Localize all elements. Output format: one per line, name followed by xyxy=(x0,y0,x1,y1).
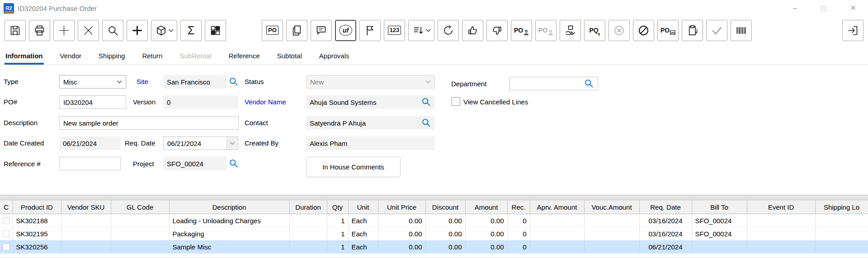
grid-cell[interactable]: Each xyxy=(348,227,378,240)
po-image-button[interactable]: PO xyxy=(657,20,679,41)
col-header-bill-to[interactable]: Bill To xyxy=(692,200,747,214)
grid-cell[interactable] xyxy=(747,240,815,253)
grid-cell[interactable] xyxy=(747,214,815,227)
col-header-req-date[interactable]: Req. Date xyxy=(639,200,692,214)
req-date-dropdown[interactable] xyxy=(226,137,238,150)
site-field[interactable]: San Francisco xyxy=(163,75,226,89)
grid-cell[interactable] xyxy=(815,240,868,253)
grid-cell[interactable] xyxy=(61,227,111,240)
col-header-shipping-lo[interactable]: Shipping Lo xyxy=(815,200,868,214)
col-header-vouc-amount[interactable]: Vouc.Amount xyxy=(584,200,639,214)
grid-cell[interactable]: Sample Misc xyxy=(169,240,289,253)
grid-cell[interactable] xyxy=(289,227,327,240)
col-header-amount[interactable]: Amount xyxy=(465,200,507,214)
grid-cell[interactable]: 0.00 xyxy=(378,227,425,240)
grid-cell[interactable] xyxy=(692,240,747,253)
table-row[interactable]: SK320256Sample Misc1Each0.000.000.00006/… xyxy=(0,240,868,253)
grid-cell[interactable] xyxy=(584,214,639,227)
save-button[interactable] xyxy=(5,20,26,41)
grid-cell[interactable]: SFO_00024 xyxy=(692,227,747,240)
maximize-button[interactable]: □ xyxy=(821,5,826,12)
comments-button[interactable] xyxy=(311,20,332,41)
window-layout-button[interactable] xyxy=(205,20,226,41)
grid-cell[interactable] xyxy=(0,240,13,253)
row-checkbox[interactable] xyxy=(3,217,9,224)
new-button[interactable] xyxy=(53,20,75,41)
grid-cell[interactable]: 0.00 xyxy=(465,240,507,253)
contact-search-icon[interactable] xyxy=(421,118,431,128)
grid-cell[interactable]: 06/21/2024 xyxy=(639,240,692,253)
numbering-button[interactable]: 123 xyxy=(384,20,405,41)
product-lookup-button[interactable] xyxy=(151,20,177,41)
grid-cell[interactable]: 03/16/2024 xyxy=(639,227,692,240)
col-header-vendor-sku[interactable]: Vendor SKU xyxy=(61,200,111,214)
type-select[interactable]: Misc xyxy=(59,75,126,89)
req-date-input[interactable]: 06/21/2024 xyxy=(163,136,238,150)
grid-cell[interactable] xyxy=(289,240,327,253)
col-header-rec[interactable]: Rec. xyxy=(507,200,530,214)
grid-cell[interactable] xyxy=(111,227,169,240)
grid-cell[interactable]: 0.00 xyxy=(425,214,465,227)
grid-cell[interactable]: 0 xyxy=(507,214,530,227)
approve-button[interactable] xyxy=(462,20,483,41)
col-header-unit[interactable]: Unit xyxy=(348,200,378,214)
table-row[interactable]: SK302195Packaging1Each0.000.000.00003/16… xyxy=(0,227,868,240)
minimize-button[interactable]: – xyxy=(793,5,797,12)
price-quote-button[interactable]: PQ, xyxy=(584,20,605,41)
grid-cell[interactable]: 1 xyxy=(327,240,348,253)
reference-input[interactable] xyxy=(59,157,121,170)
grid-cell[interactable]: 0.00 xyxy=(465,214,507,227)
grid-cell[interactable] xyxy=(111,240,169,253)
grid-cell[interactable]: 0.00 xyxy=(425,227,465,240)
grid-cell[interactable]: SFO_00024 xyxy=(692,214,747,227)
col-header-qty[interactable]: Qty xyxy=(327,200,348,214)
tab-return[interactable]: Return xyxy=(141,52,163,65)
grid-cell[interactable]: Packaging xyxy=(169,227,289,240)
contact-field[interactable]: Satyendra P Ahuja xyxy=(306,116,435,130)
col-header-unit-price[interactable]: Unit Price xyxy=(378,200,425,214)
find-button[interactable] xyxy=(102,20,123,41)
in-house-comments-button[interactable]: In House Comments xyxy=(306,157,401,177)
barcode-button[interactable] xyxy=(731,20,752,41)
grid-cell[interactable] xyxy=(289,214,327,227)
close-button[interactable]: ✕ xyxy=(850,5,856,12)
tab-information[interactable]: Information xyxy=(5,52,44,65)
col-header-duration[interactable]: Duration xyxy=(289,200,327,214)
vendor-name-label[interactable]: Vendor Name xyxy=(245,98,286,106)
print-button[interactable] xyxy=(29,20,50,41)
grid-cell[interactable]: 0.00 xyxy=(425,240,465,253)
tab-subtotal[interactable]: Subtotal xyxy=(276,52,303,65)
department-search-icon[interactable] xyxy=(584,79,594,89)
duplicate-button[interactable] xyxy=(286,20,307,41)
grid-cell[interactable] xyxy=(584,227,639,240)
col-header-gl-code[interactable]: GL Code xyxy=(111,200,169,214)
receive-button[interactable] xyxy=(560,20,581,41)
grid-cell[interactable]: 0.00 xyxy=(465,227,507,240)
project-search-icon[interactable] xyxy=(229,159,239,169)
decline-button[interactable] xyxy=(486,20,508,41)
site-label[interactable]: Site xyxy=(137,78,148,85)
flag-button[interactable] xyxy=(359,20,381,41)
grid-cell[interactable] xyxy=(111,214,169,227)
view-cancelled-checkbox[interactable] xyxy=(452,97,460,106)
grid-cell[interactable] xyxy=(0,227,13,240)
col-header-product-id[interactable]: Product ID xyxy=(13,200,61,214)
grid-cell[interactable] xyxy=(530,214,584,227)
tab-reference[interactable]: Reference xyxy=(228,52,261,65)
po-contact-button[interactable]: PO xyxy=(511,20,532,41)
grid-cell[interactable]: 0 xyxy=(507,240,530,253)
purchase-order-button[interactable]: PO xyxy=(262,20,283,41)
po-number-input[interactable] xyxy=(59,95,126,109)
paste-update-button[interactable] xyxy=(682,20,703,41)
col-header-description[interactable]: Description xyxy=(169,200,289,214)
row-checkbox[interactable] xyxy=(3,244,9,250)
col-header-aprv-amount[interactable]: Aprv. Amount xyxy=(530,200,584,214)
grid-cell[interactable] xyxy=(61,214,111,227)
user-fields-button[interactable]: uf xyxy=(335,20,356,41)
grid-cell[interactable] xyxy=(584,240,639,253)
grid-cell[interactable]: 03/16/2024 xyxy=(639,214,692,227)
grid-cell[interactable]: Each xyxy=(348,214,378,227)
grid-cell[interactable] xyxy=(530,227,584,240)
grid-cell[interactable]: SK320256 xyxy=(13,240,61,253)
totals-button[interactable]: Σ xyxy=(180,20,202,41)
